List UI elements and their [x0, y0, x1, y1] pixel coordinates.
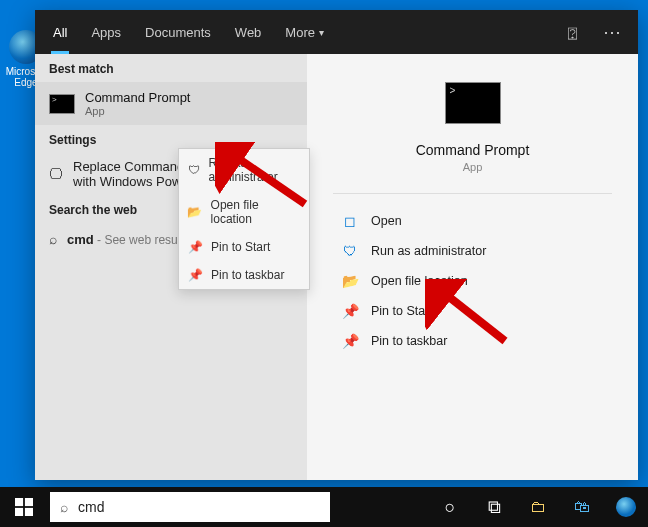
pin-icon: 📌 — [187, 268, 203, 282]
preview-title: Command Prompt — [416, 142, 530, 158]
ctx-item-label: Pin to Start — [211, 240, 270, 254]
search-icon: ⌕ — [60, 499, 68, 515]
action-label: Open file location — [371, 274, 468, 288]
filter-tabs: All Apps Documents Web More ▾ ⍰ ⋯ — [35, 10, 638, 54]
best-match-item[interactable]: Command Prompt App — [35, 82, 307, 125]
tab-more[interactable]: More ▾ — [273, 10, 336, 54]
svg-rect-4 — [15, 508, 23, 516]
taskbar-app-explorer[interactable]: 🗀 — [516, 487, 560, 527]
action-open[interactable]: ◻ Open — [341, 206, 604, 236]
action-label: Pin to taskbar — [371, 334, 447, 348]
preview-sub: App — [463, 161, 483, 173]
preview-pane: Command Prompt App ◻ Open 🛡 Run as admin… — [307, 54, 638, 480]
action-label: Pin to Start — [371, 304, 433, 318]
ctx-pin-start[interactable]: 📌 Pin to Start — [179, 233, 309, 261]
svg-rect-5 — [25, 508, 33, 516]
monitor-icon: 🖵 — [49, 166, 63, 182]
preview-actions: ◻ Open 🛡 Run as administrator 📂 Open fil… — [307, 206, 638, 356]
taskbar-app-store[interactable]: 🛍 — [560, 487, 604, 527]
divider — [333, 193, 611, 194]
action-label: Open — [371, 214, 402, 228]
search-text: cmd — [78, 499, 104, 515]
action-pin-start[interactable]: 📌 Pin to Start — [341, 296, 604, 326]
pin-icon: 📌 — [341, 333, 359, 349]
best-match-title: Command Prompt — [85, 90, 190, 105]
context-menu: 🛡 Run as administrator 📂 Open file locat… — [178, 148, 310, 290]
svg-rect-2 — [15, 498, 23, 506]
cortana-button[interactable]: ○ — [428, 487, 472, 527]
cmd-icon-large — [445, 82, 501, 124]
action-label: Run as administrator — [371, 244, 486, 258]
ctx-item-label: Open file location — [211, 198, 301, 226]
search-panel: All Apps Documents Web More ▾ ⍰ ⋯ Best m… — [35, 10, 638, 480]
ctx-open-location[interactable]: 📂 Open file location — [179, 191, 309, 233]
feedback-icon[interactable]: ⍰ — [552, 10, 592, 54]
shield-icon: 🛡 — [187, 163, 200, 177]
search-icon: ⌕ — [49, 231, 57, 247]
panel-body: Best match Command Prompt App Settings 🖵… — [35, 54, 638, 480]
tab-all[interactable]: All — [41, 10, 79, 54]
taskbar: ⌕ cmd ○ ⧉ 🗀 🛍 — [0, 487, 648, 527]
ctx-pin-taskbar[interactable]: 📌 Pin to taskbar — [179, 261, 309, 289]
folder-icon: 📂 — [187, 205, 203, 219]
tab-web[interactable]: Web — [223, 10, 274, 54]
action-run-admin[interactable]: 🛡 Run as administrator — [341, 236, 604, 266]
windows-icon — [15, 498, 33, 516]
pin-icon: 📌 — [341, 303, 359, 319]
taskbar-app-edge[interactable] — [604, 487, 648, 527]
best-match-header: Best match — [35, 54, 307, 82]
chevron-down-icon: ▾ — [319, 27, 324, 38]
open-icon: ◻ — [341, 213, 359, 229]
cmd-icon — [49, 94, 75, 114]
shield-icon: 🛡 — [341, 243, 359, 259]
folder-icon: 📂 — [341, 273, 359, 289]
action-pin-taskbar[interactable]: 📌 Pin to taskbar — [341, 326, 604, 356]
tab-documents[interactable]: Documents — [133, 10, 223, 54]
task-view-button[interactable]: ⧉ — [472, 487, 516, 527]
ctx-item-label: Pin to taskbar — [211, 268, 284, 282]
tab-apps[interactable]: Apps — [79, 10, 133, 54]
web-query: cmd — [67, 232, 94, 247]
taskbar-search[interactable]: ⌕ cmd — [50, 492, 330, 522]
pin-icon: 📌 — [187, 240, 203, 254]
options-icon[interactable]: ⋯ — [592, 10, 632, 54]
best-match-sub: App — [85, 105, 190, 117]
web-hint: - See web results — [94, 233, 190, 247]
start-button[interactable] — [0, 487, 48, 527]
tab-more-label: More — [285, 25, 315, 40]
ctx-item-label: Run as administrator — [208, 156, 301, 184]
action-open-location[interactable]: 📂 Open file location — [341, 266, 604, 296]
svg-rect-3 — [25, 498, 33, 506]
ctx-run-admin[interactable]: 🛡 Run as administrator — [179, 149, 309, 191]
